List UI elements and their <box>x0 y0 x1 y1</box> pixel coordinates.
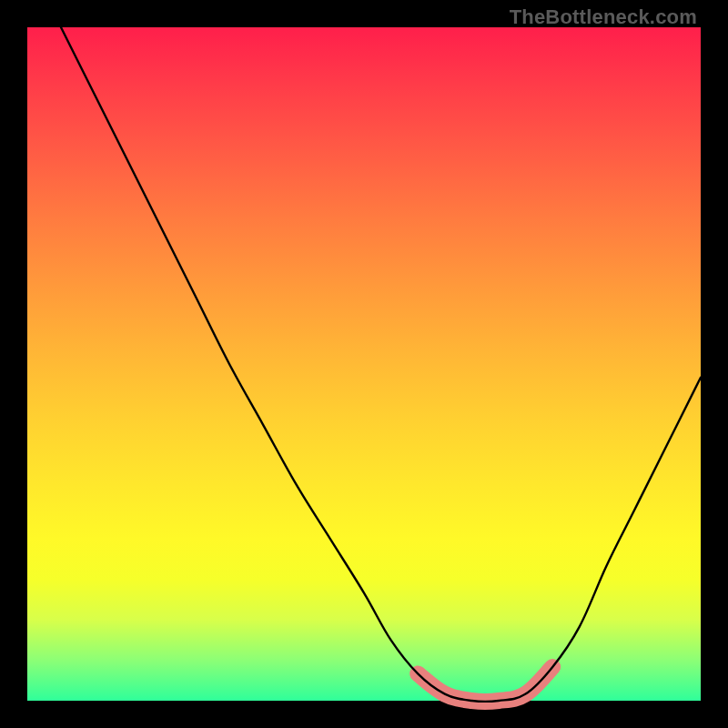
watermark-label: TheBottleneck.com <box>510 5 697 29</box>
optimal-band-line <box>418 667 552 702</box>
chart-stage: TheBottleneck.com <box>0 0 728 728</box>
chart-svg <box>27 27 701 701</box>
plot-area <box>27 27 701 701</box>
bottleneck-curve-line <box>61 27 701 702</box>
